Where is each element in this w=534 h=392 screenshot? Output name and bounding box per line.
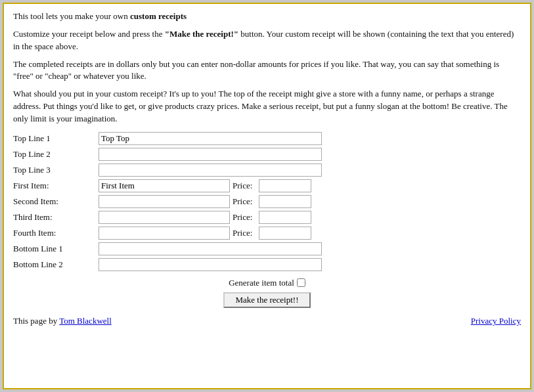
third-item-label: Third Item: bbox=[13, 212, 99, 223]
intro-line3: The completed receipts are in dollars on… bbox=[13, 58, 521, 83]
top-line2-row: Top Line 2 bbox=[13, 148, 521, 161]
fourth-item-price-label: Price: bbox=[233, 228, 259, 238]
form-section: Top Line 1 Top Line 2 Top Line 3 First I… bbox=[13, 132, 521, 308]
third-item-input[interactable] bbox=[99, 211, 230, 224]
footer-section: This page by Tom Blackwell Privacy Polic… bbox=[13, 316, 521, 326]
second-item-row: Second Item: Price: bbox=[13, 195, 521, 208]
tom-blackwell-link[interactable]: Tom Blackwell bbox=[59, 316, 112, 326]
third-item-price-input[interactable] bbox=[259, 211, 311, 224]
top-line2-input[interactable] bbox=[99, 148, 322, 161]
footer-privacy: Privacy Policy bbox=[471, 316, 521, 326]
bottom-line2-row: Bottom Line 2 bbox=[13, 258, 521, 271]
second-item-input[interactable] bbox=[99, 195, 230, 208]
top-line1-row: Top Line 1 bbox=[13, 132, 521, 145]
footer-credit: This page by Tom Blackwell bbox=[13, 316, 112, 326]
top-line3-input[interactable] bbox=[99, 163, 322, 177]
second-item-label: Second Item: bbox=[13, 196, 99, 207]
third-item-row: Third Item: Price: bbox=[13, 211, 521, 224]
make-receipt-row: Make the receipt!! bbox=[13, 292, 521, 308]
top-line1-input[interactable] bbox=[99, 132, 322, 145]
bottom-line2-input[interactable] bbox=[99, 258, 322, 271]
bottom-line1-input[interactable] bbox=[99, 242, 322, 255]
generate-total-checkbox[interactable] bbox=[297, 278, 305, 287]
bottom-line2-label: Bottom Line 2 bbox=[13, 259, 99, 270]
second-item-price-input[interactable] bbox=[259, 195, 311, 208]
fourth-item-label: Fourth Item: bbox=[13, 228, 99, 238]
intro-line4: What should you put in your custom recei… bbox=[13, 88, 521, 125]
generate-total-row: Generate item total bbox=[13, 278, 521, 288]
bottom-line1-label: Bottom Line 1 bbox=[13, 244, 99, 254]
fourth-item-input[interactable] bbox=[99, 227, 230, 240]
third-item-price-label: Price: bbox=[233, 212, 259, 223]
top-line3-row: Top Line 3 bbox=[13, 163, 521, 177]
first-item-label: First Item: bbox=[13, 181, 99, 191]
intro-line2: Customize your receipt below and press t… bbox=[13, 28, 521, 53]
first-item-row: First Item: Price: bbox=[13, 179, 521, 192]
top-line1-label: Top Line 1 bbox=[13, 133, 99, 144]
intro-section: This tool lets you make your own custom … bbox=[13, 11, 521, 125]
first-item-price-label: Price: bbox=[233, 181, 259, 191]
generate-total-label: Generate item total bbox=[229, 278, 294, 288]
first-item-price-input[interactable] bbox=[259, 179, 311, 192]
intro-line1: This tool lets you make your own custom … bbox=[13, 11, 521, 23]
make-receipt-button[interactable]: Make the receipt!! bbox=[223, 292, 310, 308]
first-item-input[interactable] bbox=[99, 179, 230, 192]
top-line2-label: Top Line 2 bbox=[13, 149, 99, 160]
privacy-policy-link[interactable]: Privacy Policy bbox=[471, 316, 521, 326]
fourth-item-price-input[interactable] bbox=[259, 227, 311, 240]
top-line3-label: Top Line 3 bbox=[13, 165, 99, 175]
bottom-line1-row: Bottom Line 1 bbox=[13, 242, 521, 255]
fourth-item-row: Fourth Item: Price: bbox=[13, 227, 521, 240]
second-item-price-label: Price: bbox=[233, 196, 259, 207]
main-window: This tool lets you make your own custom … bbox=[3, 3, 531, 389]
